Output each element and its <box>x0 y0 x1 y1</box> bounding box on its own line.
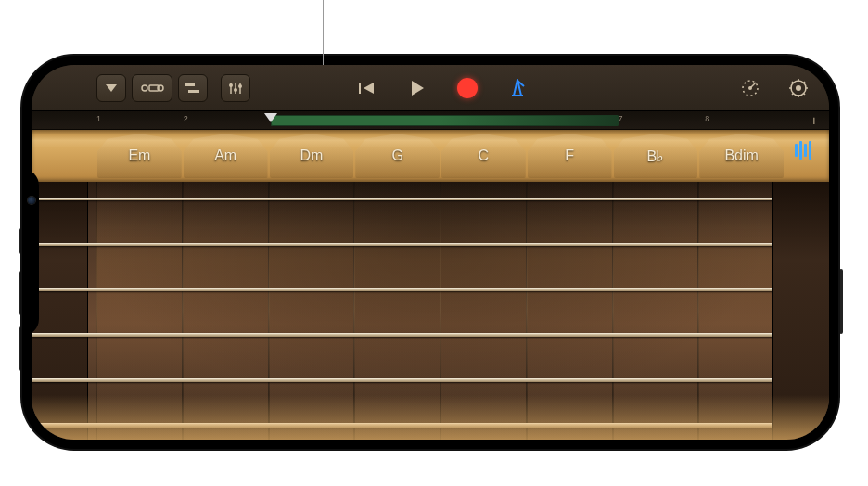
toolbar <box>32 65 829 111</box>
fret-divider <box>784 182 785 440</box>
metronome-button[interactable] <box>504 74 531 102</box>
chord-column-am[interactable] <box>183 182 269 440</box>
chord-column-g[interactable] <box>354 182 440 440</box>
playhead[interactable] <box>264 113 277 126</box>
svg-rect-4 <box>188 90 199 93</box>
input-settings-button[interactable] <box>736 74 764 102</box>
svg-rect-11 <box>359 83 361 94</box>
chord-tab-dm[interactable]: Dm <box>270 134 354 178</box>
chord-column-em[interactable] <box>96 182 183 440</box>
chord-column-bb[interactable] <box>613 182 699 440</box>
svg-point-8 <box>234 88 237 92</box>
svg-rect-3 <box>185 83 195 86</box>
tracks-view-button[interactable] <box>132 74 172 102</box>
chord-column-f[interactable] <box>527 182 613 440</box>
chord-column-c[interactable] <box>440 182 527 440</box>
chord-tab-g[interactable]: G <box>355 134 440 178</box>
svg-point-0 <box>142 85 147 91</box>
play-button[interactable] <box>403 74 431 102</box>
string-area[interactable] <box>32 182 829 440</box>
string-1[interactable] <box>32 198 829 200</box>
record-button[interactable] <box>453 74 481 102</box>
recorded-region[interactable] <box>271 115 619 126</box>
chord-tab-am[interactable]: Am <box>184 134 268 178</box>
add-section-button[interactable]: + <box>811 113 818 128</box>
chord-tab-bb[interactable]: B♭ <box>614 134 698 178</box>
svg-point-6 <box>229 83 233 87</box>
transport-controls <box>353 74 531 102</box>
string-3[interactable] <box>32 288 829 291</box>
song-settings-button[interactable] <box>785 74 812 102</box>
record-icon <box>457 78 478 98</box>
device-frame: 12345678 + EmAmDmGCFB♭Bdim <box>22 56 838 449</box>
region-view-button[interactable] <box>178 74 208 102</box>
go-to-beginning-button[interactable] <box>353 74 381 102</box>
app-screen: 12345678 + EmAmDmGCFB♭Bdim <box>32 65 829 440</box>
chord-tab-c[interactable]: C <box>441 134 526 178</box>
notch <box>22 169 39 336</box>
sound-browser-button[interactable] <box>96 74 126 102</box>
string-4[interactable] <box>32 333 829 337</box>
ruler-tick: 1 <box>96 114 101 123</box>
svg-line-16 <box>750 83 756 88</box>
right-controls <box>736 74 812 102</box>
chord-tab-em[interactable]: Em <box>97 134 182 178</box>
chord-tab-bdim[interactable]: Bdim <box>699 134 784 178</box>
track-controls-button[interactable] <box>221 74 250 102</box>
chord-tab-f[interactable]: F <box>528 134 612 178</box>
string-5[interactable] <box>32 378 829 382</box>
svg-point-26 <box>796 85 801 91</box>
side-button <box>839 269 843 334</box>
front-camera <box>28 197 35 204</box>
chord-strip: EmAmDmGCFB♭Bdim <box>32 130 829 182</box>
svg-point-10 <box>238 84 242 88</box>
left-controls <box>96 74 208 102</box>
string-2[interactable] <box>32 243 829 246</box>
chord-column-bdim[interactable] <box>698 182 785 440</box>
ruler-tick: 8 <box>705 114 709 123</box>
ruler-tick: 7 <box>619 114 623 123</box>
string-6[interactable] <box>32 423 829 428</box>
ruler[interactable]: 12345678 + <box>32 111 829 130</box>
autoplay-button[interactable] <box>790 137 816 163</box>
chord-column-dm[interactable] <box>269 182 355 440</box>
ruler-tick: 2 <box>184 114 188 123</box>
